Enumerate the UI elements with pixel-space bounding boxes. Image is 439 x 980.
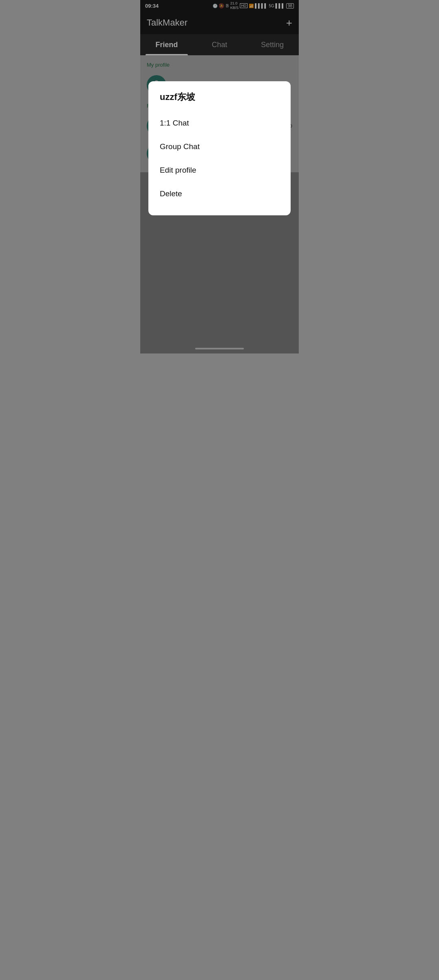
context-menu-title: uzzf东坡 xyxy=(160,91,279,103)
context-menu: uzzf东坡 1:1 Chat Group Chat Edit profile … xyxy=(148,81,291,215)
context-menu-item-1:1-chat[interactable]: 1:1 Chat xyxy=(160,111,279,135)
context-menu-item-delete[interactable]: Delete xyxy=(160,182,279,206)
context-menu-item-group-chat[interactable]: Group Chat xyxy=(160,135,279,158)
context-menu-item-edit-profile[interactable]: Edit profile xyxy=(160,158,279,182)
